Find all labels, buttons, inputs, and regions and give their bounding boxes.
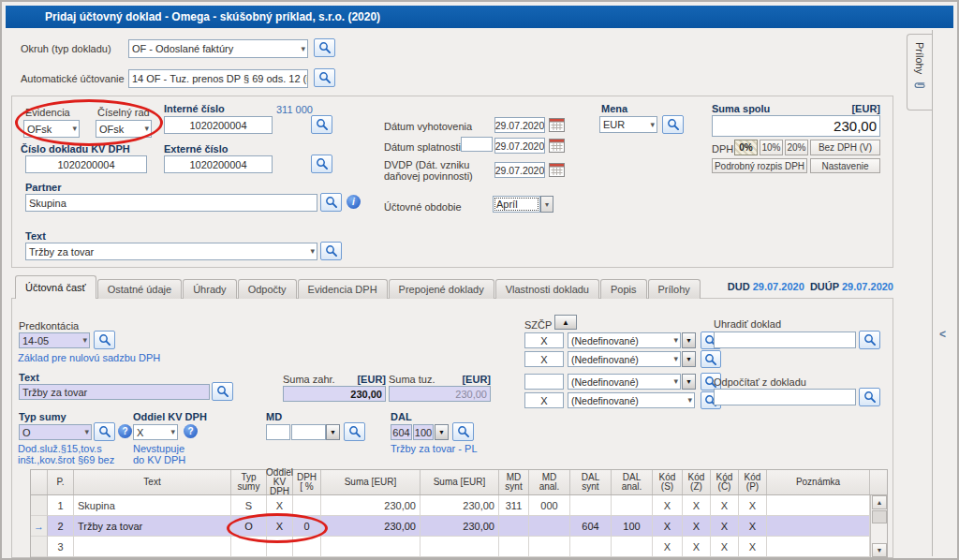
attachments-side-tab[interactable]: Prílohy xyxy=(907,34,932,111)
szcp-dropdown-button[interactable]: ▼ xyxy=(682,351,696,367)
kv-section-help-icon[interactable]: ? xyxy=(184,424,198,438)
column-header-dph[interactable]: DPH [ % xyxy=(293,470,321,494)
table-row[interactable]: 3XXXX xyxy=(31,537,887,557)
accounting-period-dropdown-button[interactable]: ▾ xyxy=(540,196,553,213)
table-cell-typ[interactable]: O xyxy=(231,516,267,537)
table-cell-kod_s[interactable]: X xyxy=(653,516,683,537)
column-header-typ[interactable]: Typ sumy xyxy=(231,470,267,494)
sum-type-combo[interactable]: O ▾ xyxy=(19,424,92,440)
entries-table[interactable]: P.TextTyp sumyOddiel KV DPHDPH [ %Suma [… xyxy=(30,469,888,558)
table-cell-kod_s[interactable]: X xyxy=(653,537,683,557)
table-cell-md_synt[interactable] xyxy=(499,516,529,537)
column-header-md_anal[interactable]: MD anal. xyxy=(529,470,570,494)
scrollbar-thumb[interactable] xyxy=(872,510,887,523)
szcp-code-field[interactable] xyxy=(524,374,564,390)
suma-zahr-field[interactable]: 230,00 xyxy=(283,386,386,402)
table-cell-kod_s[interactable]: X xyxy=(653,495,683,516)
column-header-suma1[interactable]: Suma [EUR] xyxy=(321,470,420,494)
table-cell-dph[interactable] xyxy=(293,495,321,516)
table-cell-dph[interactable]: 0 xyxy=(293,516,321,537)
table-cell-oddiel[interactable]: X xyxy=(267,516,293,537)
document-type-combo[interactable]: OF - Odoslané faktúry ▾ xyxy=(128,39,308,58)
table-cell-md_synt[interactable] xyxy=(499,537,529,557)
external-number-lookup-button[interactable] xyxy=(311,155,332,173)
table-cell-dal_anal[interactable] xyxy=(612,495,653,516)
due-days-field[interactable] xyxy=(461,137,493,152)
table-vertical-scrollbar[interactable]: ▲▼ xyxy=(870,495,887,557)
table-cell-oddiel[interactable]: X xyxy=(267,495,293,516)
md-anal-field[interactable] xyxy=(291,424,326,440)
issue-date-calendar-button[interactable] xyxy=(548,117,565,132)
table-cell-kod_c[interactable]: X xyxy=(711,516,739,537)
precontation-combo[interactable]: 14-05 ▾ xyxy=(19,332,90,348)
pay-document-field[interactable] xyxy=(714,332,856,348)
table-cell-md_anal[interactable] xyxy=(529,516,570,537)
column-header-suma2[interactable]: Suma [EUR] xyxy=(420,470,499,494)
sum-type-help-icon[interactable]: ? xyxy=(118,424,132,438)
deduct-document-field[interactable] xyxy=(714,389,856,405)
kv-section-combo[interactable]: X ▾ xyxy=(133,424,178,440)
due-date-calendar-button[interactable] xyxy=(548,138,565,153)
deduct-document-lookup-button[interactable] xyxy=(859,388,880,406)
tab-úhrady[interactable]: Úhrady xyxy=(183,279,236,299)
dal-dropdown-button[interactable]: ▼ xyxy=(435,424,449,440)
column-header-dal_anal[interactable]: DAL anal. xyxy=(612,470,653,494)
scroll-up-button[interactable]: ▲ xyxy=(872,495,887,509)
tab-ostatné-údaje[interactable]: Ostatné údaje xyxy=(97,279,183,299)
tab-vlastnosti-dokladu[interactable]: Vlastnosti dokladu xyxy=(495,279,599,299)
table-cell-kod_c[interactable]: X xyxy=(711,495,739,516)
table-cell-dal_synt[interactable] xyxy=(570,537,612,557)
column-header-md_synt[interactable]: MD synt xyxy=(499,470,529,494)
column-header-dal_synt[interactable]: DAL synt xyxy=(570,470,612,494)
table-cell-suma2[interactable]: 230,00 xyxy=(420,516,499,537)
settings-button[interactable]: Nastavenie xyxy=(810,158,880,173)
internal-number-field[interactable]: 1020200004 xyxy=(164,116,273,134)
table-cell-kod_z[interactable]: X xyxy=(683,495,711,516)
detail-text-lookup-button[interactable] xyxy=(212,382,233,401)
column-header-text[interactable]: Text xyxy=(74,470,231,494)
table-cell-text[interactable]: Tržby za tovar xyxy=(74,516,231,537)
column-header-poznamka[interactable]: Poznámka xyxy=(767,470,870,494)
table-cell-text[interactable]: Skupina xyxy=(74,495,231,516)
column-header-oddiel[interactable]: Oddiel KV DPH xyxy=(267,470,293,494)
tab-prílohy[interactable]: Prílohy xyxy=(648,279,701,299)
szcp-dropdown-button[interactable]: ▼ xyxy=(682,374,696,390)
dal-anal-field[interactable]: 100 xyxy=(413,424,434,440)
table-cell-dal_anal[interactable]: 100 xyxy=(612,516,653,537)
md-dropdown-button[interactable]: ▼ xyxy=(326,424,340,440)
partner-field[interactable]: Skupina xyxy=(25,194,317,212)
table-cell-suma2[interactable]: 230,00 xyxy=(420,495,499,516)
dvdp-calendar-button[interactable] xyxy=(548,162,565,177)
kv-number-field[interactable]: 1020200004 xyxy=(25,155,147,173)
sum-type-lookup-button[interactable] xyxy=(94,422,115,441)
table-cell-kod_z[interactable]: X xyxy=(683,537,711,557)
table-cell-suma2[interactable] xyxy=(420,537,499,557)
szcp-collapse-button[interactable]: ▲ xyxy=(554,315,577,330)
table-cell-kod_c[interactable]: X xyxy=(711,537,739,557)
collapse-chevron[interactable]: < xyxy=(939,328,946,341)
tab-popis[interactable]: Popis xyxy=(600,279,647,299)
header-text-combo[interactable]: Tržby za tovar ▾ xyxy=(25,243,317,260)
header-text-lookup-button[interactable] xyxy=(320,242,342,260)
table-cell-typ[interactable] xyxy=(231,537,267,557)
tab-evidencia-dph[interactable]: Evidencia DPH xyxy=(298,279,388,299)
dvdp-date-field[interactable]: 29.07.2020 xyxy=(494,162,545,178)
detail-text-field[interactable]: Tržby za tovar xyxy=(19,384,210,400)
auto-posting-combo[interactable]: 14 OF - Tuz. prenos DP § 69 ods. 12 (i ▾ xyxy=(128,69,308,88)
szcp-code-field[interactable]: X xyxy=(524,332,564,348)
szcp-lookup-button[interactable] xyxy=(701,350,721,368)
table-cell-md_anal[interactable]: 000 xyxy=(529,495,570,516)
table-cell-suma1[interactable] xyxy=(321,537,420,557)
table-cell-p[interactable]: 1 xyxy=(48,495,74,516)
table-cell-p[interactable]: 3 xyxy=(48,537,74,557)
szcp-value-combo[interactable]: (Nedefinované)▾ xyxy=(568,374,681,390)
due-date-field[interactable]: 29.07.2020 xyxy=(494,138,545,154)
vat-10-button[interactable]: 10% xyxy=(760,140,783,155)
szcp-value-combo[interactable]: (Nedefinované)▾ xyxy=(568,392,695,408)
auto-posting-lookup-button[interactable] xyxy=(314,68,335,87)
table-cell-kod_p[interactable]: X xyxy=(739,537,767,557)
vat-0-button[interactable]: 0% xyxy=(734,140,758,155)
issue-date-field[interactable]: 29.07.2020 xyxy=(494,117,545,133)
tab-prepojené-doklady[interactable]: Prepojené doklady xyxy=(389,279,494,299)
precontation-lookup-button[interactable] xyxy=(94,331,115,349)
